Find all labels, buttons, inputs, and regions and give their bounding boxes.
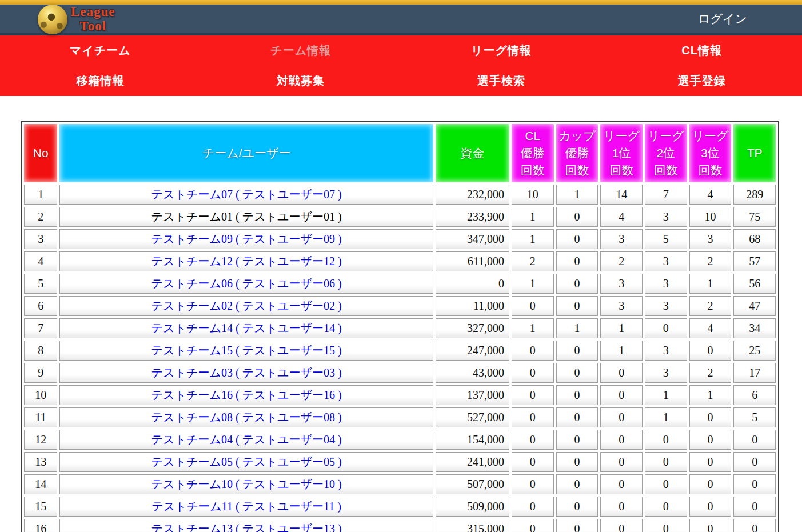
cl-wins-cell: 0 <box>512 519 554 532</box>
league-3rd-cell: 1 <box>689 385 732 405</box>
league-1st-cell: 0 <box>600 519 643 532</box>
league-2nd-cell: 0 <box>645 519 687 532</box>
main-nav: マイチームチーム情報リーグ情報CL情報移籍情報対戦募集選手検索選手登録 <box>0 35 802 96</box>
team-name: テストチーム01 ( テストユーザー01 ) <box>151 210 342 223</box>
cl-wins-cell: 0 <box>512 341 554 361</box>
team-link[interactable]: テストチーム02 ( テストユーザー02 ) <box>151 299 342 312</box>
team-cell: テストチーム12 ( テストユーザー12 ) <box>59 251 433 271</box>
league-2nd-cell: 3 <box>645 363 687 383</box>
funds-cell: 232,000 <box>436 185 509 205</box>
nav-item-transfer-info[interactable]: 移籍情報 <box>76 73 124 89</box>
team-cell: テストチーム06 ( テストユーザー06 ) <box>59 274 433 294</box>
team-link[interactable]: テストチーム10 ( テストユーザー10 ) <box>151 478 342 490</box>
tp-cell: 47 <box>733 296 776 316</box>
cup-wins-cell: 1 <box>556 318 598 338</box>
nav-item-league-info[interactable]: リーグ情報 <box>471 43 532 58</box>
logo-line-1: League <box>71 5 115 19</box>
tp-cell: 289 <box>733 185 776 205</box>
league-3rd-cell: 1 <box>689 274 732 294</box>
funds-cell: 347,000 <box>436 229 509 249</box>
cup-wins-cell: 0 <box>556 229 598 249</box>
table-row: 6テストチーム02 ( テストユーザー02 )11,0000033247 <box>24 296 776 316</box>
tp-cell: 75 <box>733 207 776 227</box>
nav-item-team-info[interactable]: チーム情報 <box>270 43 331 58</box>
funds-cell: 241,000 <box>436 452 509 472</box>
team-link[interactable]: テストチーム12 ( テストユーザー12 ) <box>151 255 342 267</box>
table-row: 14テストチーム10 ( テストユーザー10 )507,000000000 <box>24 474 776 494</box>
league-3rd-cell: 0 <box>689 430 732 450</box>
column-header-funds: 資金 <box>436 124 509 182</box>
league-2nd-cell: 0 <box>645 497 687 517</box>
team-link[interactable]: テストチーム07 ( テストユーザー07 ) <box>151 188 342 201</box>
team-link[interactable]: テストチーム05 ( テストユーザー05 ) <box>151 455 342 468</box>
table-row: 13テストチーム05 ( テストユーザー05 )241,000000000 <box>24 452 776 472</box>
team-link[interactable]: テストチーム06 ( テストユーザー06 ) <box>151 277 342 290</box>
team-cell: テストチーム16 ( テストユーザー16 ) <box>59 385 433 405</box>
tp-cell: 17 <box>733 363 776 383</box>
nav-item-player-register[interactable]: 選手登録 <box>678 73 726 89</box>
tp-cell: 6 <box>733 385 776 405</box>
table-row: 7テストチーム14 ( テストユーザー14 )327,0001110434 <box>24 318 776 338</box>
rank-number-cell: 12 <box>24 430 57 450</box>
league-1st-cell: 0 <box>600 452 643 472</box>
nav-item-match-recruit[interactable]: 対戦募集 <box>277 73 325 89</box>
nav-item-my-team[interactable]: マイチーム <box>70 43 131 58</box>
funds-cell: 315,000 <box>436 519 509 532</box>
team-cell: テストチーム13 ( テストユーザー13 ) <box>59 519 433 532</box>
cup-wins-cell: 0 <box>556 474 598 494</box>
cl-wins-cell: 0 <box>512 296 554 316</box>
team-link[interactable]: テストチーム16 ( テストユーザー16 ) <box>151 389 342 401</box>
league-3rd-cell: 0 <box>689 474 732 494</box>
team-link[interactable]: テストチーム03 ( テストユーザー03 ) <box>151 366 342 379</box>
cup-wins-cell: 0 <box>556 430 598 450</box>
league-1st-cell: 1 <box>600 318 643 338</box>
nav-item-player-search[interactable]: 選手検索 <box>477 73 525 89</box>
league-2nd-cell: 1 <box>645 407 687 427</box>
nav-row: マイチームチーム情報リーグ情報CL情報 <box>0 35 802 66</box>
column-header-league-1st: リーグ1位回数 <box>600 124 643 182</box>
login-link[interactable]: ログイン <box>698 11 747 27</box>
league-3rd-cell: 2 <box>689 296 732 316</box>
nav-item-cl-info[interactable]: CL情報 <box>681 43 722 58</box>
team-link[interactable]: テストチーム09 ( テストユーザー09 ) <box>151 233 342 245</box>
cl-wins-cell: 10 <box>512 185 554 205</box>
team-link[interactable]: テストチーム13 ( テストユーザー13 ) <box>151 522 342 532</box>
league-2nd-cell: 3 <box>645 207 687 227</box>
league-3rd-cell: 4 <box>689 318 732 338</box>
league-3rd-cell: 0 <box>689 519 732 532</box>
cl-wins-cell: 0 <box>512 430 554 450</box>
table-row: 15テストチーム11 ( テストユーザー11 )509,000000000 <box>24 497 776 517</box>
league-1st-cell: 3 <box>600 274 643 294</box>
tp-cell: 25 <box>733 341 776 361</box>
cup-wins-cell: 0 <box>556 341 598 361</box>
app-header: League Tool ログイン <box>0 5 802 35</box>
league-2nd-cell: 3 <box>645 274 687 294</box>
league-1st-cell: 3 <box>600 229 643 249</box>
cl-wins-cell: 0 <box>512 385 554 405</box>
team-cell: テストチーム04 ( テストユーザー04 ) <box>59 430 433 450</box>
team-cell: テストチーム02 ( テストユーザー02 ) <box>59 296 433 316</box>
team-link[interactable]: テストチーム14 ( テストユーザー14 ) <box>151 322 342 334</box>
team-link[interactable]: テストチーム15 ( テストユーザー15 ) <box>151 344 342 357</box>
nav-row: 移籍情報対戦募集選手検索選手登録 <box>0 66 802 96</box>
tp-cell: 0 <box>733 452 776 472</box>
rank-number-cell: 4 <box>24 251 57 271</box>
cl-wins-cell: 0 <box>512 497 554 517</box>
league-2nd-cell: 0 <box>645 474 687 494</box>
table-row: 9テストチーム03 ( テストユーザー03 )43,0000003217 <box>24 363 776 383</box>
team-cell: テストチーム10 ( テストユーザー10 ) <box>59 474 433 494</box>
league-3rd-cell: 10 <box>689 207 732 227</box>
league-3rd-cell: 2 <box>689 363 732 383</box>
cup-wins-cell: 0 <box>556 363 598 383</box>
rank-number-cell: 11 <box>24 407 57 427</box>
league-2nd-cell: 0 <box>645 452 687 472</box>
cup-wins-cell: 0 <box>556 385 598 405</box>
team-link[interactable]: テストチーム04 ( テストユーザー04 ) <box>151 433 342 446</box>
team-link[interactable]: テストチーム08 ( テストユーザー08 ) <box>151 411 342 423</box>
column-header-team-user: チーム/ユーザー <box>59 124 433 182</box>
table-row: 10テストチーム16 ( テストユーザー16 )137,000000116 <box>24 385 776 405</box>
team-link[interactable]: テストチーム11 ( テストユーザー11 ) <box>151 500 341 513</box>
league-1st-cell: 0 <box>600 497 643 517</box>
league-3rd-cell: 2 <box>689 251 732 271</box>
table-row: 1テストチーム07 ( テストユーザー07 )232,0001011474289 <box>24 185 776 205</box>
